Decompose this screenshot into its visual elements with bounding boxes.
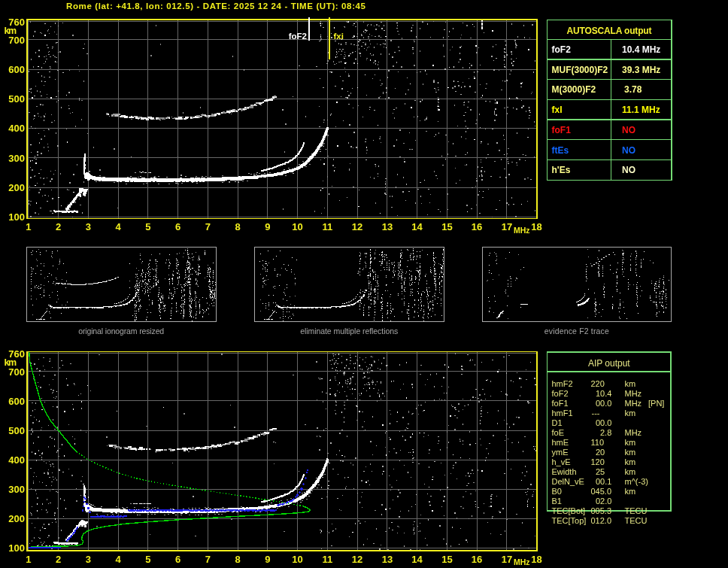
svg-text:17: 17 [502, 554, 512, 565]
svg-text:km: km [5, 26, 17, 36]
svg-text:AIP output: AIP output [588, 358, 630, 369]
svg-text:M(3000)F2: M(3000)F2 [552, 84, 596, 95]
svg-text:km: km [625, 409, 636, 418]
svg-text:Ewidth: Ewidth [552, 467, 577, 476]
svg-text:1: 1 [26, 554, 31, 565]
svg-text:400: 400 [8, 123, 25, 134]
svg-text:110: 110 [591, 438, 605, 447]
svg-text:9: 9 [265, 221, 270, 232]
svg-text:13: 13 [382, 554, 393, 565]
svg-text:00.0: 00.0 [596, 399, 611, 408]
svg-text:14: 14 [411, 554, 423, 565]
svg-text:100: 100 [8, 211, 25, 223]
svg-text:km: km [625, 457, 636, 466]
svg-text:MHz: MHz [514, 557, 530, 566]
svg-text:---: --- [592, 409, 600, 418]
svg-text:fxi: fxi [334, 32, 344, 41]
svg-text:500: 500 [8, 93, 25, 105]
svg-text:2: 2 [56, 554, 61, 565]
svg-text:10.4 MHz: 10.4 MHz [622, 44, 660, 55]
svg-text:00.0: 00.0 [596, 418, 611, 427]
svg-text:foF2: foF2 [552, 389, 569, 398]
svg-text:foF1: foF1 [552, 399, 569, 408]
svg-text:MUF(3000)F2: MUF(3000)F2 [552, 65, 608, 75]
svg-text:km: km [625, 487, 636, 496]
svg-text:16: 16 [472, 221, 482, 232]
svg-text:TECU: TECU [625, 506, 648, 515]
svg-text:14: 14 [411, 221, 423, 232]
svg-text:15: 15 [441, 221, 452, 232]
svg-text:100: 100 [8, 542, 25, 554]
svg-text:11: 11 [323, 221, 333, 232]
svg-text:km: km [625, 467, 636, 476]
svg-text:10: 10 [292, 221, 302, 232]
svg-text:13: 13 [382, 221, 393, 232]
svg-text:original ionogram resized: original ionogram resized [78, 327, 164, 336]
svg-text:h'Es: h'Es [552, 165, 571, 175]
svg-text:hmF2: hmF2 [552, 379, 573, 388]
svg-text:h_vE: h_vE [552, 457, 571, 466]
svg-text:11.1 MHz: 11.1 MHz [622, 105, 660, 115]
svg-text:25: 25 [596, 467, 605, 476]
svg-text:4: 4 [116, 554, 122, 565]
svg-text:hmE: hmE [552, 438, 569, 447]
svg-text:4: 4 [116, 221, 122, 232]
svg-text:TEC[Top]: TEC[Top] [552, 516, 587, 525]
svg-text:[PN]: [PN] [648, 399, 664, 408]
svg-text:m^(-3): m^(-3) [625, 477, 648, 486]
svg-text:AUTOSCALA output: AUTOSCALA output [567, 26, 652, 36]
svg-text:6: 6 [175, 221, 180, 232]
svg-text:18: 18 [531, 221, 541, 232]
svg-text:evidence F2 trace: evidence F2 trace [544, 327, 609, 336]
svg-text:fxI: fxI [552, 105, 563, 115]
svg-text:2: 2 [56, 221, 61, 232]
svg-text:MHz: MHz [625, 399, 642, 408]
svg-text:12: 12 [352, 554, 362, 565]
svg-text:ftEs: ftEs [552, 145, 569, 156]
svg-text:hmF1: hmF1 [552, 409, 573, 418]
svg-text:200: 200 [8, 182, 25, 193]
svg-text:km: km [5, 357, 17, 368]
svg-text:3: 3 [86, 554, 91, 565]
svg-text:MHz: MHz [625, 389, 642, 398]
svg-text:500: 500 [8, 425, 25, 436]
svg-text:km: km [625, 438, 636, 447]
svg-text:foF1: foF1 [552, 125, 572, 135]
svg-text:9: 9 [265, 554, 270, 565]
svg-text:8: 8 [235, 554, 240, 565]
svg-text:3: 3 [86, 221, 91, 232]
svg-text:TEC[Bot]: TEC[Bot] [552, 506, 586, 515]
svg-text:11: 11 [323, 554, 333, 565]
svg-text:MHz: MHz [514, 226, 530, 235]
svg-text:16: 16 [472, 554, 482, 565]
svg-text:20: 20 [596, 448, 605, 457]
svg-text:ymE: ymE [552, 448, 569, 457]
svg-text:18: 18 [531, 554, 541, 565]
svg-text:600: 600 [8, 396, 25, 407]
svg-text:10: 10 [292, 554, 302, 565]
svg-text:NO: NO [622, 125, 635, 135]
svg-text:foF2: foF2 [289, 32, 307, 41]
svg-text:5: 5 [145, 221, 150, 232]
svg-text:B0: B0 [552, 487, 562, 496]
svg-text:8: 8 [235, 221, 240, 232]
svg-text:600: 600 [8, 64, 25, 75]
svg-text:3.78: 3.78 [624, 84, 642, 95]
svg-text:045.0: 045.0 [591, 487, 612, 496]
svg-text:1: 1 [26, 221, 31, 232]
svg-text:220: 220 [591, 379, 605, 388]
svg-text:012.0: 012.0 [591, 516, 612, 525]
svg-text:Rome (lat: +41.8, lon: 012.5): Rome (lat: +41.8, lon: 012.5) - DATE: 20… [66, 2, 366, 11]
svg-text:005.3: 005.3 [591, 506, 612, 515]
svg-text:200: 200 [8, 513, 25, 524]
svg-text:2.8: 2.8 [600, 428, 611, 437]
svg-text:12: 12 [352, 221, 362, 232]
svg-text:TECU: TECU [625, 516, 648, 525]
svg-text:MHz: MHz [625, 428, 642, 437]
svg-text:foE: foE [552, 428, 565, 437]
svg-text:B1: B1 [552, 497, 562, 506]
svg-text:km: km [625, 379, 636, 388]
svg-text:NO: NO [622, 145, 635, 156]
svg-text:km: km [625, 448, 636, 457]
svg-text:eliminate multiple reflections: eliminate multiple reflections [300, 327, 398, 336]
